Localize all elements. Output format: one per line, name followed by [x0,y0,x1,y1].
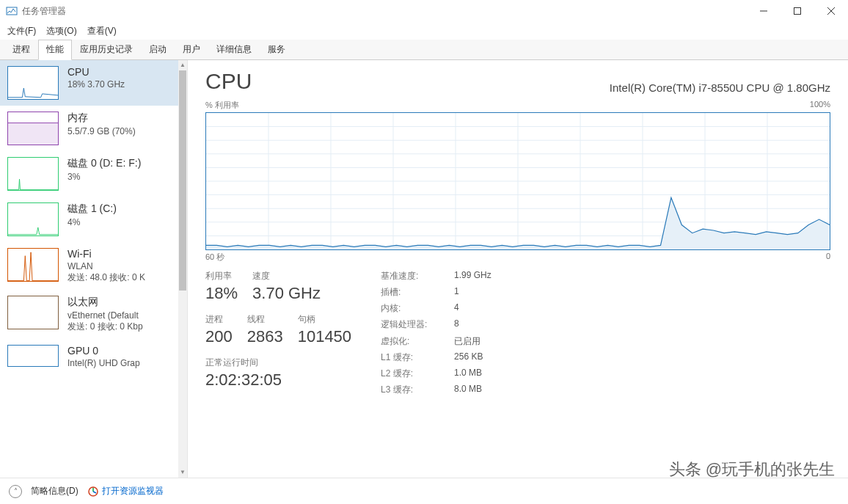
sidebar-item-wifi[interactable]: Wi-Fi WLAN 发送: 48.0 接收: 0 K [0,242,178,290]
kv-val: 8 [454,318,527,332]
chart-top-left-label: % 利用率 [205,100,239,111]
tab-app-history[interactable]: 应用历史记录 [72,40,141,60]
kv-key: L2 缓存: [381,368,454,381]
processes-value: 200 [205,327,233,346]
kv-val: 4 [454,302,527,315]
sidebar-item-label: 以太网 [67,296,143,309]
handles-value: 101450 [298,327,351,346]
uptime-label: 正常运行时间 [205,357,351,369]
main: CPU 18% 3.70 GHz 内存 5.5/7.9 GB (70%) [0,60,848,478]
sidebar-item-subtext: WLAN [67,261,145,271]
sidebar-item-ethernet[interactable]: 以太网 vEthernet (Default 发送: 0 接收: 0 Kbp [0,290,178,339]
uptime-value: 2:02:32:05 [205,370,351,390]
kv-val: 1.99 GHz [454,270,527,283]
cpu-chart[interactable] [205,112,830,250]
tab-users[interactable]: 用户 [175,40,208,60]
app-icon [6,5,18,17]
sidebar-item-subtext: 3% [67,172,141,182]
menu-options[interactable]: 选项(O) [46,25,76,37]
scroll-up-icon[interactable]: ▲ [178,60,187,70]
kv-key: L3 缓存: [381,384,454,397]
handles-label: 句柄 [298,313,351,326]
tab-details[interactable]: 详细信息 [208,40,260,60]
tabbar: 进程 性能 应用历史记录 启动 用户 详细信息 服务 [0,40,848,60]
sidebar-item-label: 磁盘 0 (D: E: F:) [67,157,141,170]
sidebar-item-subtext: 5.5/7.9 GB (70%) [67,126,136,136]
chart-bottom-left-label: 60 秒 [205,252,224,263]
kv-val: 1.0 MB [454,368,527,381]
utilization-value: 18% [205,284,238,303]
sidebar-item-subtext: 4% [67,217,117,227]
tab-performance[interactable]: 性能 [38,40,72,60]
chart-bottom-right-label: 0 [826,252,830,263]
menubar: 文件(F) 选项(O) 查看(V) [0,22,848,40]
kv-val: 1 [454,286,527,299]
fewer-details-icon[interactable]: ˄ [9,485,22,498]
footer: ˄ 简略信息(D) 打开资源监视器 [0,478,848,504]
window-controls [747,0,848,22]
sidebar-item-label: 内存 [67,112,136,125]
chart-top-right-label: 100% [810,100,830,111]
speed-value: 3.70 GHz [252,284,321,303]
close-button[interactable] [814,0,848,22]
sidebar-item-cpu[interactable]: CPU 18% 3.70 GHz [0,60,178,106]
scroll-thumb[interactable] [179,70,186,291]
sidebar-item-memory[interactable]: 内存 5.5/7.9 GB (70%) [0,106,178,151]
cpu-model: Intel(R) Core(TM) i7-8550U CPU @ 1.80GHz [610,81,830,94]
titlebar: 任务管理器 [0,0,848,22]
kv-key: 插槽: [381,286,454,299]
kv-val: 已启用 [454,335,527,348]
kv-val: 256 KB [454,351,527,365]
kv-key: L1 缓存: [381,351,454,365]
sidebar-item-label: CPU [67,66,125,78]
sidebar-item-subtext2: 发送: 0 接收: 0 Kbp [67,321,143,333]
sidebar-item-subtext: 18% 3.70 GHz [67,79,125,90]
menu-view[interactable]: 查看(V) [87,25,117,37]
sidebar-item-label: GPU 0 [67,345,140,357]
sidebar-item-label: 磁盘 1 (C:) [67,202,117,216]
kv-key: 基准速度: [381,270,454,283]
sidebar-item-label: Wi-Fi [67,248,145,260]
svg-rect-2 [794,8,801,15]
window-title: 任务管理器 [22,5,747,18]
page-title: CPU [205,69,252,94]
svg-line-27 [93,492,96,493]
tab-services[interactable]: 服务 [260,40,293,60]
maximize-button[interactable] [781,0,814,22]
sidebar-item-disk0[interactable]: 磁盘 0 (D: E: F:) 3% [0,151,178,197]
sidebar-item-gpu0[interactable]: GPU 0 Intel(R) UHD Grap [0,339,178,374]
tab-startup[interactable]: 启动 [141,40,175,60]
kv-key: 虚拟化: [381,335,454,348]
sidebar-item-subtext: Intel(R) UHD Grap [67,358,140,368]
threads-value: 2863 [247,327,283,346]
sidebar-item-subtext: vEthernet (Default [67,310,143,321]
svg-marker-5 [8,123,58,145]
sidebar-item-disk1[interactable]: 磁盘 1 (C:) 4% [0,197,178,242]
utilization-label: 利用率 [205,270,238,282]
kv-val: 8.0 MB [454,384,527,397]
sidebar-scrollbar[interactable]: ▲ ▼ [178,60,187,478]
sidebar-item-subtext2: 发送: 48.0 接收: 0 K [67,271,145,284]
sidebar: CPU 18% 3.70 GHz 内存 5.5/7.9 GB (70%) [0,60,188,478]
kv-key: 内核: [381,302,454,315]
threads-label: 线程 [247,313,283,326]
minimize-button[interactable] [747,0,781,22]
resource-monitor-link[interactable]: 打开资源监视器 [87,485,164,497]
processes-label: 进程 [205,313,233,326]
content-pane: CPU Intel(R) Core(TM) i7-8550U CPU @ 1.8… [188,60,848,478]
cpu-details-table: 基准速度:1.99 GHz 插槽:1 内核:4 逻辑处理器:8 虚拟化:已启用 … [381,270,527,397]
kv-key: 逻辑处理器: [381,318,454,332]
speed-label: 速度 [252,270,321,282]
tab-processes[interactable]: 进程 [4,40,38,60]
menu-file[interactable]: 文件(F) [7,25,36,37]
fewer-details-link[interactable]: 简略信息(D) [31,485,78,497]
scroll-down-icon[interactable]: ▼ [178,467,187,478]
resource-monitor-icon [87,486,99,497]
